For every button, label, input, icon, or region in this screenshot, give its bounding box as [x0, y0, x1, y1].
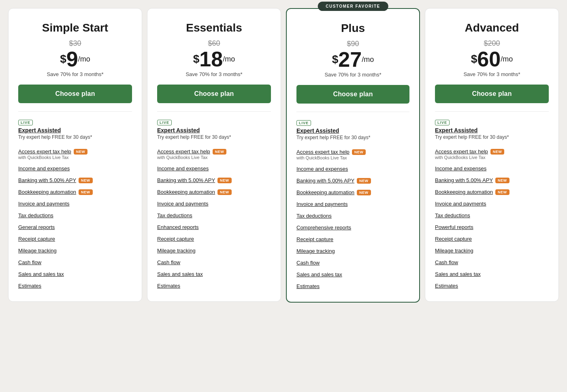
expert-assisted-title[interactable]: Expert Assisted — [296, 127, 409, 134]
feature-item: Estimates — [157, 280, 271, 292]
feature-link[interactable]: Tax deductions — [435, 212, 470, 218]
feature-item: Estimates — [435, 280, 549, 292]
feature-link[interactable]: Invoice and payments — [296, 201, 347, 207]
customer-favorite-badge: CUSTOMER FAVORITE — [318, 2, 388, 11]
choose-plan-button[interactable]: Choose plan — [157, 85, 271, 103]
feature-item: Mileage tracking — [157, 245, 271, 256]
feature-link[interactable]: Income and expenses — [157, 165, 209, 172]
feature-link[interactable]: Cash flow — [296, 260, 320, 266]
feature-link[interactable]: Income and expenses — [296, 166, 348, 172]
feature-item: Tax deductions — [435, 210, 549, 221]
feature-link[interactable]: Sales and sales tax — [18, 271, 64, 277]
feature-item: Enhanced reports — [157, 221, 271, 233]
new-badge: NEW — [217, 189, 232, 195]
price-amount: 18 — [199, 47, 223, 71]
new-badge: NEW — [490, 149, 505, 155]
feature-item: Powerful reports — [435, 221, 549, 233]
feature-link[interactable]: Receipt capture — [18, 236, 55, 242]
feature-link[interactable]: Bookkeeping automation — [296, 189, 354, 195]
feature-link[interactable]: Mileage tracking — [18, 248, 57, 254]
new-badge: NEW — [217, 178, 232, 183]
feature-item: Receipt capture — [296, 233, 409, 245]
feature-link[interactable]: Estimates — [157, 283, 180, 289]
feature-link[interactable]: Bookkeeping automation — [435, 189, 493, 195]
feature-item: Mileage tracking — [296, 245, 409, 257]
feature-link[interactable]: Powerful reports — [435, 224, 473, 230]
feature-item: Receipt capture — [157, 233, 271, 245]
price-suffix: /mo — [362, 55, 374, 64]
feature-link[interactable]: Access expert tax help — [435, 148, 488, 155]
new-badge: NEW — [213, 149, 227, 155]
feature-link[interactable]: Sales and sales tax — [157, 271, 203, 277]
divider — [296, 112, 409, 112]
expert-assisted-title[interactable]: Expert Assisted — [435, 127, 549, 133]
feature-link[interactable]: Estimates — [435, 283, 458, 289]
feature-link[interactable]: Banking with 5.00% APY — [296, 178, 354, 184]
feature-link[interactable]: Tax deductions — [157, 212, 192, 218]
feature-item: Cash flow — [296, 257, 409, 269]
save-text: Save 70% for 3 months* — [157, 71, 271, 77]
feature-link[interactable]: Access expert tax help — [296, 149, 350, 155]
plan-card-advanced: Advanced $200 $60/mo Save 70% for 3 mont… — [425, 8, 559, 302]
feature-link[interactable]: Mileage tracking — [296, 248, 335, 254]
choose-plan-button[interactable]: Choose plan — [435, 85, 549, 103]
expert-assisted-sub: Try expert help FREE for 30 days* — [296, 135, 409, 140]
feature-sub: with QuickBooks Live Tax — [157, 155, 226, 160]
feature-link[interactable]: Invoice and payments — [157, 201, 208, 207]
divider — [18, 111, 132, 112]
feature-link[interactable]: Access expert tax help — [157, 148, 210, 155]
feature-link[interactable]: Bookkeeping automation — [18, 189, 76, 195]
feature-item: Banking with 5.00% APYNEW — [157, 174, 271, 186]
feature-link[interactable]: Income and expenses — [18, 165, 70, 172]
original-price: $200 — [435, 39, 549, 48]
current-price: $60/mo — [435, 49, 549, 70]
new-badge: NEW — [352, 149, 366, 155]
feature-link[interactable]: General reports — [18, 224, 55, 230]
price-suffix: /mo — [223, 55, 235, 63]
feature-link[interactable]: Sales and sales tax — [296, 271, 342, 278]
choose-plan-button[interactable]: Choose plan — [296, 85, 409, 104]
feature-link[interactable]: Enhanced reports — [157, 224, 199, 230]
feature-link[interactable]: Mileage tracking — [435, 248, 473, 254]
feature-sub: with QuickBooks Live Tax — [296, 155, 366, 160]
feature-link[interactable]: Receipt capture — [435, 236, 472, 242]
expert-assisted-title[interactable]: Expert Assisted — [157, 127, 271, 133]
feature-link[interactable]: Bookkeeping automation — [157, 189, 215, 195]
feature-link[interactable]: Estimates — [296, 283, 320, 289]
plan-name: Simple Start — [18, 21, 132, 34]
feature-link[interactable]: Invoice and payments — [18, 201, 69, 207]
feature-link[interactable]: Cash flow — [435, 259, 458, 265]
original-price: $30 — [18, 39, 132, 48]
plan-name: Plus — [296, 22, 409, 35]
feature-link[interactable]: Sales and sales tax — [435, 271, 481, 277]
feature-item: Receipt capture — [18, 233, 132, 245]
feature-item: Tax deductions — [296, 210, 409, 222]
feature-link[interactable]: Banking with 5.00% APY — [435, 177, 493, 183]
feature-link[interactable]: Cash flow — [157, 259, 180, 265]
price-amount: 27 — [338, 48, 362, 71]
expert-assisted-title[interactable]: Expert Assisted — [18, 127, 132, 133]
feature-item: Sales and sales tax — [18, 268, 132, 280]
feature-link[interactable]: Income and expenses — [435, 165, 486, 172]
feature-link[interactable]: Tax deductions — [18, 212, 53, 218]
feature-link[interactable]: Comprehensive reports — [296, 225, 351, 231]
feature-link[interactable]: Mileage tracking — [157, 248, 196, 254]
save-text: Save 70% for 3 months* — [18, 71, 132, 77]
live-badge: LIVE — [157, 120, 172, 125]
feature-link[interactable]: Receipt capture — [296, 236, 333, 242]
feature-link[interactable]: Invoice and payments — [435, 201, 486, 207]
feature-link[interactable]: Estimates — [18, 283, 41, 289]
current-price: $9/mo — [18, 49, 132, 70]
feature-item: Sales and sales tax — [157, 268, 271, 280]
choose-plan-button[interactable]: Choose plan — [18, 85, 132, 103]
feature-link[interactable]: Tax deductions — [296, 213, 332, 219]
feature-link[interactable]: Receipt capture — [157, 236, 194, 242]
feature-item: Banking with 5.00% APYNEW — [435, 174, 549, 186]
feature-link[interactable]: Access expert tax help — [18, 148, 71, 155]
feature-item: Estimates — [18, 280, 132, 292]
feature-link[interactable]: Cash flow — [18, 259, 41, 265]
plan-name: Essentials — [157, 21, 271, 34]
new-badge: NEW — [79, 189, 93, 195]
feature-link[interactable]: Banking with 5.00% APY — [157, 177, 215, 183]
feature-link[interactable]: Banking with 5.00% APY — [18, 177, 76, 183]
